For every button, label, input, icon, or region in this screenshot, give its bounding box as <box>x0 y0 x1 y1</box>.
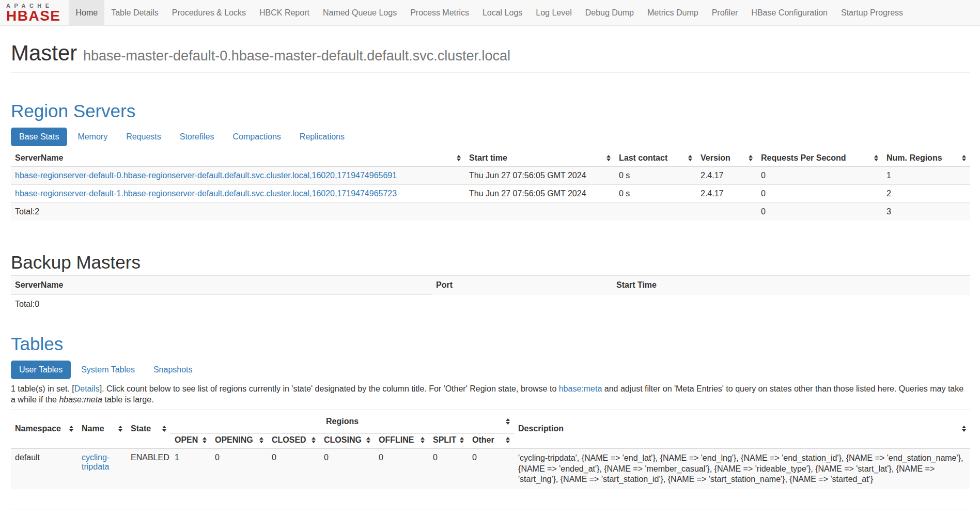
backup-masters-heading: Backup Masters <box>11 253 970 273</box>
col-port: Port <box>432 276 612 295</box>
col-split[interactable]: SPLIT <box>429 433 468 448</box>
sort-icon[interactable] <box>366 437 370 443</box>
nav-item-hbck-report[interactable]: HBCK Report <box>253 0 316 25</box>
col-name[interactable]: Name <box>77 410 127 448</box>
sort-icon[interactable] <box>749 155 753 161</box>
tab-compactions[interactable]: Compactions <box>224 128 289 146</box>
sort-icon[interactable] <box>118 426 122 432</box>
col-last-contact[interactable]: Last contact <box>615 150 696 166</box>
nav-item-local-logs[interactable]: Local Logs <box>476 0 529 25</box>
backup-masters-header-row: ServerName Port Start Time <box>11 276 970 295</box>
tab-base-stats[interactable]: Base Stats <box>11 128 67 146</box>
tab-replications[interactable]: Replications <box>291 128 353 146</box>
col-opening[interactable]: OPENING <box>211 433 268 448</box>
nav-item-metrics-dump[interactable]: Metrics Dump <box>641 0 705 25</box>
col-start-time[interactable]: Start time <box>465 150 615 166</box>
nav-item-hbase-configuration[interactable]: HBase Configuration <box>744 0 834 25</box>
col-start-time: Start Time <box>612 276 970 295</box>
table-row: hbase-regionserver-default-0.hbase-regio… <box>11 166 970 185</box>
details-link[interactable]: Details <box>74 384 100 393</box>
start-time-value: Thu Jun 27 07:56:05 GMT 2024 <box>465 166 615 185</box>
col-num-regions[interactable]: Num. Regions <box>882 150 970 166</box>
nav-item-table-details[interactable]: Table Details <box>104 0 165 25</box>
regionserver-link[interactable]: hbase-regionserver-default-0.hbase-regio… <box>15 171 397 180</box>
tab-snapshots[interactable]: Snapshots <box>145 361 201 379</box>
rps-value: 0 <box>757 166 882 185</box>
navbar-items: Home Table Details Procedures & Locks HB… <box>69 0 910 25</box>
col-description[interactable]: Description <box>514 410 970 448</box>
bottom-divider <box>11 509 970 509</box>
open-count[interactable]: 1 <box>170 448 211 489</box>
closed-count[interactable]: 0 <box>268 448 320 489</box>
sort-icon[interactable] <box>457 155 461 161</box>
nav-item-procedures-locks[interactable]: Procedures & Locks <box>165 0 253 25</box>
closing-count[interactable]: 0 <box>320 448 375 489</box>
backup-masters-table: ServerName Port Start Time Total:0 <box>11 275 970 314</box>
col-closing[interactable]: CLOSING <box>320 433 375 448</box>
total-regions: 3 <box>882 202 970 221</box>
offline-count[interactable]: 0 <box>375 448 429 489</box>
nav-item-home[interactable]: Home <box>69 0 105 25</box>
tab-user-tables[interactable]: User Tables <box>11 361 71 379</box>
sort-icon[interactable] <box>312 437 316 443</box>
table-name-link[interactable]: cycling-tripdata <box>82 453 110 471</box>
tables-tabs: User Tables System Tables Snapshots <box>11 361 970 379</box>
col-regions-group[interactable]: Regions <box>170 410 514 433</box>
col-namespace[interactable]: Namespace <box>11 410 77 448</box>
sort-icon[interactable] <box>259 437 263 443</box>
sort-icon[interactable] <box>962 426 966 432</box>
table-description: 'cycling-tripdata', {NAME => 'end_lat'},… <box>514 448 970 489</box>
total-row: Total:0 <box>11 295 970 314</box>
master-title: Master <box>11 41 77 65</box>
sort-icon[interactable] <box>688 155 692 161</box>
table-row: hbase-regionserver-default-1.hbase-regio… <box>11 184 970 202</box>
num-regions-value: 1 <box>882 166 970 185</box>
col-servername[interactable]: ServerName <box>11 150 465 166</box>
regionserver-link[interactable]: hbase-regionserver-default-1.hbase-regio… <box>15 189 397 198</box>
sort-icon[interactable] <box>460 437 464 443</box>
sort-icon[interactable] <box>874 155 878 161</box>
col-other[interactable]: Other <box>468 433 514 448</box>
region-servers-table: ServerName Start time Last contact Versi… <box>11 150 970 221</box>
hbase-meta-link[interactable]: hbase:meta <box>559 384 602 393</box>
sort-icon[interactable] <box>203 437 207 443</box>
sort-icon[interactable] <box>506 437 510 443</box>
tab-memory[interactable]: Memory <box>69 128 116 146</box>
col-requests-per-second[interactable]: Requests Per Second <box>757 150 882 166</box>
nav-item-profiler[interactable]: Profiler <box>705 0 745 25</box>
tab-storefiles[interactable]: Storefiles <box>172 128 223 146</box>
last-contact-value: 0 s <box>615 184 696 202</box>
master-hostname: hbase-master-default-0.hbase-master-defa… <box>83 48 510 64</box>
col-state[interactable]: State <box>127 410 170 448</box>
sort-icon[interactable] <box>962 155 966 161</box>
sort-icon[interactable] <box>506 418 510 425</box>
total-row: Total:2 0 3 <box>11 202 970 221</box>
total-rps: 0 <box>757 202 882 221</box>
split-count[interactable]: 0 <box>429 448 468 489</box>
nav-item-named-queue-logs[interactable]: Named Queue Logs <box>316 0 403 25</box>
hbase-meta-italic: hbase:meta <box>59 395 102 404</box>
nav-item-log-level[interactable]: Log Level <box>529 0 578 25</box>
sort-icon[interactable] <box>69 426 73 432</box>
total-label: Total:0 <box>11 295 432 314</box>
nav-item-process-metrics[interactable]: Process Metrics <box>403 0 476 25</box>
sort-icon[interactable] <box>606 155 611 161</box>
tables-heading: Tables <box>11 334 970 354</box>
col-offline[interactable]: OFFLINE <box>375 433 429 448</box>
region-servers-header-row: ServerName Start time Last contact Versi… <box>11 150 970 166</box>
col-closed[interactable]: CLOSED <box>268 433 320 448</box>
sort-icon[interactable] <box>421 437 425 443</box>
nav-item-debug-dump[interactable]: Debug Dump <box>579 0 641 25</box>
title-divider <box>11 72 970 73</box>
hbase-logo[interactable]: APACHE HBASE <box>0 0 69 25</box>
tab-requests[interactable]: Requests <box>118 128 169 146</box>
nav-item-startup-progress[interactable]: Startup Progress <box>834 0 910 25</box>
col-open[interactable]: OPEN <box>170 433 211 448</box>
start-time-value: Thu Jun 27 07:56:05 GMT 2024 <box>465 184 615 202</box>
sort-icon[interactable] <box>162 426 166 432</box>
tab-system-tables[interactable]: System Tables <box>73 361 143 379</box>
other-count[interactable]: 0 <box>468 448 514 489</box>
opening-count[interactable]: 0 <box>211 448 268 489</box>
col-version[interactable]: Version <box>696 150 757 166</box>
user-tables-table: Namespace Name State Regions Description… <box>11 410 970 489</box>
